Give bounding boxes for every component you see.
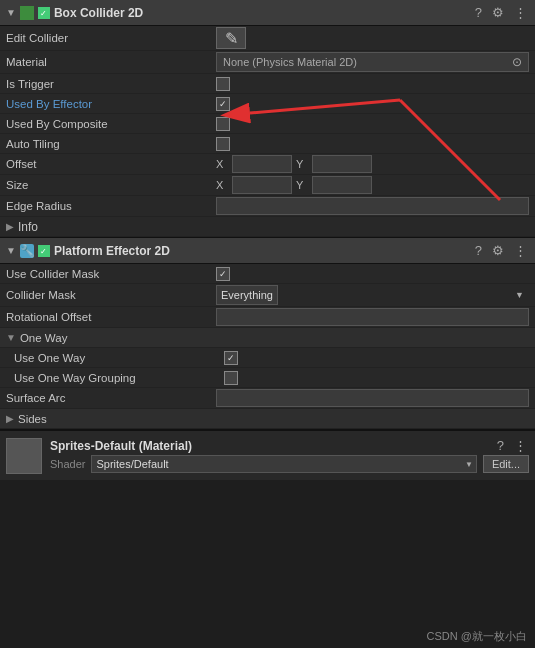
used-by-composite-row: Used By Composite [0,114,535,134]
offset-row: Offset X 0 Y 0 [0,154,535,175]
use-one-way-grouping-label: Use One Way Grouping [14,372,224,384]
rotational-offset-input[interactable]: 0 [216,308,529,326]
collider-mask-select[interactable]: Everything Nothing Default [216,285,278,305]
material-more-icon[interactable]: ⋮ [512,438,529,453]
used-by-effector-checkbox[interactable] [216,97,230,111]
material-row: Material None (Physics Material 2D) ⊙ [0,51,535,74]
material-info: Sprites-Default (Material) ? ⋮ Shader Sp… [50,438,529,473]
shader-label: Shader [50,458,85,470]
collider-mask-label: Collider Mask [6,289,216,301]
platform-effector-title: Platform Effector 2D [54,244,170,258]
offset-label: Offset [6,158,216,170]
edit-collider-row: Edit Collider ✎ [0,26,535,51]
collider-mask-row: Collider Mask Everything Nothing Default [0,284,535,307]
edit-collider-label: Edit Collider [6,32,216,44]
is-trigger-checkbox[interactable] [216,77,230,91]
used-by-composite-label: Used By Composite [6,118,216,130]
use-collider-mask-row: Use Collider Mask [0,264,535,284]
edge-radius-input[interactable]: 0 [216,197,529,215]
box-collider-help-icon[interactable]: ? [473,5,484,20]
box-collider-icon [20,6,34,20]
use-one-way-grouping-row: Use One Way Grouping [0,368,535,388]
material-edit-button[interactable]: Edit... [483,455,529,473]
platform-effector-header: ▼ 🔧 Platform Effector 2D ? ⚙ ⋮ [0,238,535,264]
info-row: ▶ Info [0,217,535,237]
surface-arc-input[interactable]: 180 [216,389,529,407]
size-x-label: X [216,179,228,191]
platform-effector-enable-checkbox[interactable] [38,245,50,257]
material-label: Material [6,56,216,68]
rotational-offset-row: Rotational Offset 0 [0,307,535,328]
shader-select[interactable]: Sprites/Default [91,455,476,473]
material-thumbnail [6,438,42,474]
size-y-input[interactable]: 0.16 [312,176,372,194]
box-collider-more-icon[interactable]: ⋮ [512,5,529,20]
material-select-icon[interactable]: ⊙ [512,55,522,69]
material-panel-title: Sprites-Default (Material) [50,439,192,453]
info-label: Info [18,220,38,234]
edge-radius-row: Edge Radius 0 [0,196,535,217]
used-by-composite-checkbox[interactable] [216,117,230,131]
auto-tiling-row: Auto Tiling [0,134,535,154]
platform-effector-help-icon[interactable]: ? [473,243,484,258]
size-row: Size X 0.16 Y 0.16 [0,175,535,196]
is-trigger-row: Is Trigger [0,74,535,94]
one-way-header: ▼ One Way [0,328,535,348]
material-value[interactable]: None (Physics Material 2D) ⊙ [216,52,529,72]
used-by-effector-label: Used By Effector [6,98,216,110]
info-triangle-icon[interactable]: ▶ [6,221,14,232]
box-collider-header: ▼ Box Collider 2D ? ⚙ ⋮ [0,0,535,26]
platform-effector-more-icon[interactable]: ⋮ [512,243,529,258]
one-way-label: One Way [20,332,68,344]
use-one-way-row: Use One Way [0,348,535,368]
size-y-label: Y [296,179,308,191]
platform-effector-panel: ▼ 🔧 Platform Effector 2D ? ⚙ ⋮ Use Colli… [0,238,535,430]
rotational-offset-label: Rotational Offset [6,311,216,323]
box-collider-collapse[interactable]: ▼ [6,7,16,18]
sides-collapse-icon[interactable]: ▶ [6,413,14,424]
offset-x-label: X [216,158,228,170]
offset-y-input[interactable]: 0 [312,155,372,173]
one-way-collapse-icon[interactable]: ▼ [6,332,16,343]
use-one-way-checkbox[interactable] [224,351,238,365]
sides-label: Sides [18,413,47,425]
sides-header: ▶ Sides [0,409,535,429]
edge-radius-label: Edge Radius [6,200,216,212]
watermark: CSDN @就一枚小白 [427,629,527,644]
use-one-way-label: Use One Way [14,352,224,364]
platform-effector-settings-icon[interactable]: ⚙ [490,243,506,258]
edit-collider-button[interactable]: ✎ [216,27,246,49]
material-help-icon[interactable]: ? [495,438,506,453]
use-collider-mask-checkbox[interactable] [216,267,230,281]
box-collider-settings-icon[interactable]: ⚙ [490,5,506,20]
box-collider-panel: ▼ Box Collider 2D ? ⚙ ⋮ Edit Collider ✎ … [0,0,535,238]
use-collider-mask-label: Use Collider Mask [6,268,216,280]
material-panel: Sprites-Default (Material) ? ⋮ Shader Sp… [0,430,535,480]
box-collider-title: Box Collider 2D [54,6,143,20]
platform-effector-icon: 🔧 [20,244,34,258]
surface-arc-label: Surface Arc [6,392,216,404]
surface-arc-row: Surface Arc 180 [0,388,535,409]
used-by-effector-row: Used By Effector [0,94,535,114]
offset-y-label: Y [296,158,308,170]
use-one-way-grouping-checkbox[interactable] [224,371,238,385]
is-trigger-label: Is Trigger [6,78,216,90]
offset-x-input[interactable]: 0 [232,155,292,173]
size-label: Size [6,179,216,191]
platform-effector-collapse[interactable]: ▼ [6,245,16,256]
box-collider-enable-checkbox[interactable] [38,7,50,19]
auto-tiling-label: Auto Tiling [6,138,216,150]
size-x-input[interactable]: 0.16 [232,176,292,194]
auto-tiling-checkbox[interactable] [216,137,230,151]
